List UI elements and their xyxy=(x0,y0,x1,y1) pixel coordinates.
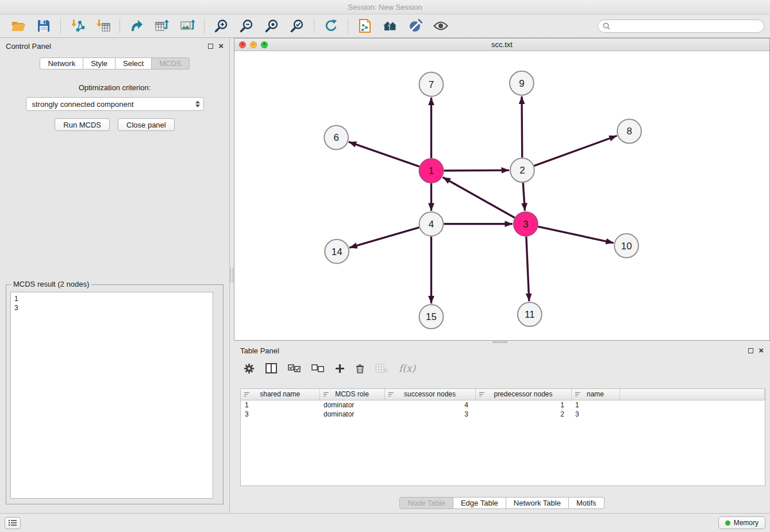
node-2[interactable]: 2 xyxy=(510,158,534,182)
close-table-panel-icon[interactable]: × xyxy=(759,348,764,353)
node-15[interactable]: 15 xyxy=(419,304,444,329)
mcds-result-list[interactable]: 13 xyxy=(10,292,213,499)
network-window-titlebar[interactable]: × − + scc.txt xyxy=(234,38,769,51)
table-row[interactable]: 1dominator411 xyxy=(241,400,765,410)
zoom-out-button[interactable] xyxy=(234,16,259,36)
save-disk-icon xyxy=(37,20,50,32)
edge-2-9[interactable] xyxy=(522,97,522,158)
open-network-file-button[interactable] xyxy=(352,16,378,36)
edge-4-14[interactable] xyxy=(349,228,419,248)
edge-1-2[interactable] xyxy=(444,170,509,171)
search-box[interactable] xyxy=(598,20,764,33)
export-table-button[interactable] xyxy=(149,16,175,36)
edge-3-1[interactable] xyxy=(442,177,514,218)
svg-text:7: 7 xyxy=(429,79,434,90)
edge-3-10[interactable] xyxy=(538,226,613,242)
save-session-button[interactable] xyxy=(31,16,56,36)
node-9[interactable]: 9 xyxy=(510,71,534,95)
svg-text:4: 4 xyxy=(429,219,434,230)
cell-shared-name[interactable]: 1 xyxy=(241,400,319,410)
table-row[interactable]: 3dominator323 xyxy=(241,410,765,419)
zoom-selected-button[interactable] xyxy=(284,16,310,36)
plus-icon xyxy=(335,364,345,373)
tab-network[interactable]: Network xyxy=(40,57,83,70)
refresh-view-button[interactable] xyxy=(318,16,344,36)
node-11[interactable]: 11 xyxy=(518,302,542,326)
show-hide-graphics-button[interactable] xyxy=(428,16,453,36)
window-title: Session: New Session xyxy=(0,0,770,14)
table-panel-tabs: Node TableEdge TableNetwork TableMotifs xyxy=(399,497,604,509)
cell-successor-nodes[interactable]: 4 xyxy=(384,400,475,410)
style-button[interactable] xyxy=(403,16,428,36)
criterion-dropdown[interactable]: strongly connected component xyxy=(26,97,204,111)
task-history-button[interactable] xyxy=(5,517,21,529)
memory-button[interactable]: Memory xyxy=(718,516,765,529)
network-graph: 7968124314101511 xyxy=(234,51,769,340)
cell-MCDS-role[interactable]: dominator xyxy=(319,410,384,419)
list-icon xyxy=(8,519,17,526)
run-mcds-button[interactable]: Run MCDS xyxy=(55,118,110,131)
node-3[interactable]: 3 xyxy=(514,212,538,236)
node-table-body: 1dominator4113dominator323 xyxy=(241,400,765,419)
edge-2-3[interactable] xyxy=(523,183,525,211)
show-columns-button[interactable] xyxy=(265,363,277,373)
delete-column-button[interactable] xyxy=(356,364,364,373)
cell-successor-nodes[interactable]: 3 xyxy=(384,410,475,419)
status-bar: Memory xyxy=(0,513,770,532)
cell-name[interactable]: 3 xyxy=(571,410,619,419)
node-7[interactable]: 7 xyxy=(419,72,444,97)
edge-1-6[interactable] xyxy=(349,142,419,167)
select-all-button[interactable] xyxy=(288,364,301,372)
home-button[interactable] xyxy=(378,16,403,36)
node-6[interactable]: 6 xyxy=(324,125,348,149)
main-toolbar xyxy=(0,14,770,38)
node-14[interactable]: 14 xyxy=(325,240,349,264)
table-settings-button[interactable] xyxy=(244,363,255,374)
tab-node-table[interactable]: Node Table xyxy=(399,497,453,509)
edge-3-11[interactable] xyxy=(526,237,529,302)
network-canvas[interactable]: 7968124314101511 xyxy=(234,51,769,340)
cell-name[interactable]: 1 xyxy=(571,400,619,410)
node-4[interactable]: 4 xyxy=(419,212,444,236)
tab-select[interactable]: Select xyxy=(116,57,152,70)
deselect-all-button[interactable] xyxy=(311,364,324,372)
add-column-button[interactable] xyxy=(335,364,345,373)
import-network-button[interactable] xyxy=(65,16,90,36)
node-8[interactable]: 8 xyxy=(617,119,641,144)
cell-MCDS-role[interactable]: dominator xyxy=(319,400,384,410)
sort-icon xyxy=(323,392,329,397)
close-panel-icon[interactable]: × xyxy=(218,43,224,49)
node-10[interactable]: 10 xyxy=(614,234,638,258)
tab-motifs[interactable]: Motifs xyxy=(569,497,605,509)
table-toolbar: f(x) xyxy=(234,357,770,379)
float-table-panel-icon[interactable] xyxy=(748,348,753,353)
node-1[interactable]: 1 xyxy=(419,159,444,183)
cell-predecessor-nodes[interactable]: 1 xyxy=(475,400,571,410)
column-header-name[interactable]: name xyxy=(571,389,619,400)
export-image-button[interactable] xyxy=(175,16,200,36)
toolbar-separator xyxy=(314,18,314,33)
tab-mcds[interactable]: MCDS xyxy=(152,57,189,70)
close-panel-button[interactable]: Close panel xyxy=(118,118,175,131)
search-input[interactable] xyxy=(614,22,759,30)
zoom-fit-button[interactable] xyxy=(259,16,284,36)
tab-edge-table[interactable]: Edge Table xyxy=(453,497,506,509)
column-header-MCDS-role[interactable]: MCDS role xyxy=(319,389,384,400)
trash-icon xyxy=(356,364,364,373)
cell-predecessor-nodes[interactable]: 2 xyxy=(475,410,571,419)
export-network-button[interactable] xyxy=(124,16,149,36)
svg-text:11: 11 xyxy=(525,309,535,320)
edge-2-8[interactable] xyxy=(534,136,617,165)
cell-shared-name[interactable]: 3 xyxy=(241,410,319,419)
column-header-shared-name[interactable]: shared name xyxy=(241,389,319,400)
float-panel-icon[interactable] xyxy=(208,44,213,49)
column-header-predecessor-nodes[interactable]: predecessor nodes xyxy=(475,389,571,400)
toolbar-separator xyxy=(204,18,205,33)
import-table-button[interactable] xyxy=(90,16,116,36)
tab-style[interactable]: Style xyxy=(83,57,116,70)
tab-network-table[interactable]: Network Table xyxy=(506,497,569,509)
open-session-button[interactable] xyxy=(6,16,31,36)
column-header-successor-nodes[interactable]: successor nodes xyxy=(384,389,475,400)
zoom-in-button[interactable] xyxy=(209,16,234,36)
vertical-splitter[interactable] xyxy=(230,38,234,513)
